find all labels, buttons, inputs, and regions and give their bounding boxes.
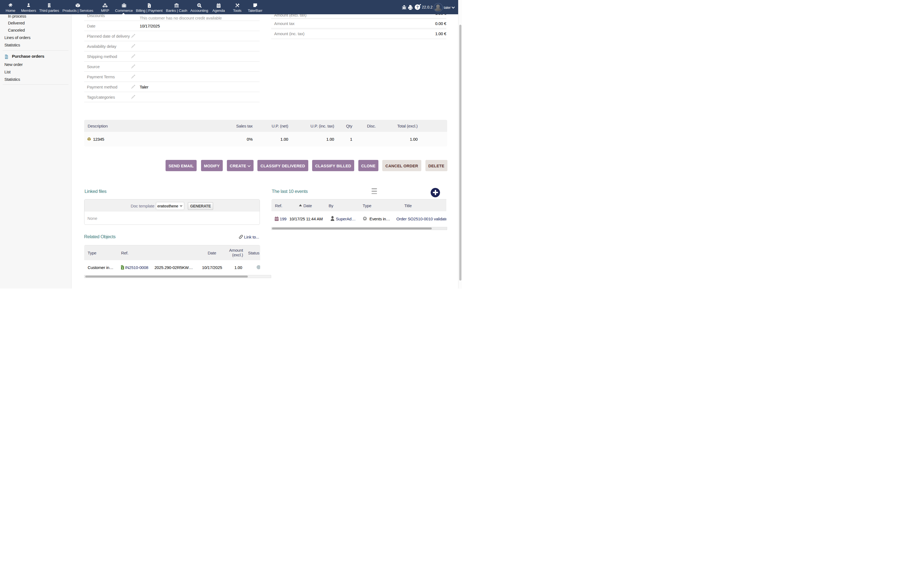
svg-text:?: ? — [416, 5, 419, 9]
svg-text:$: $ — [198, 3, 200, 6]
